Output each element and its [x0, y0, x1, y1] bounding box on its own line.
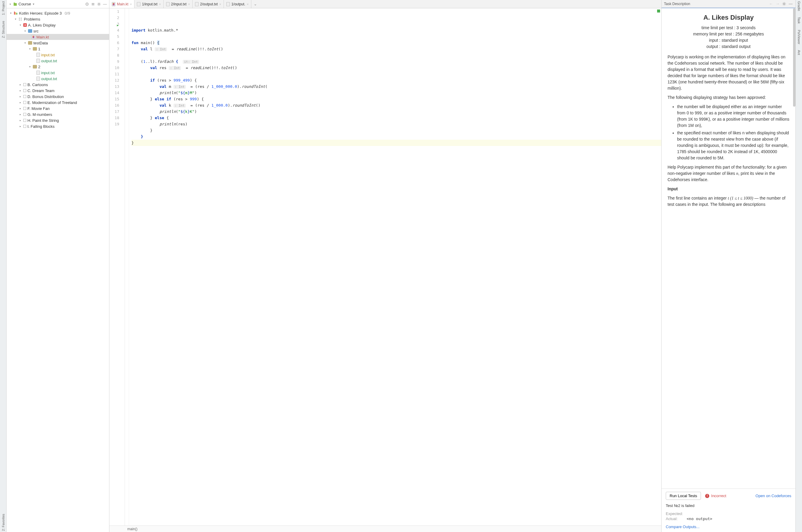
tree-item[interactable]: ▸G. M-numbers: [6, 111, 109, 117]
close-icon[interactable]: ×: [159, 2, 161, 6]
tree-item-a[interactable]: ▾ ✕ A. Likes Display: [6, 22, 109, 28]
compare-outputs-link[interactable]: Compare Outputs...: [666, 525, 699, 529]
actual-row: Actual:<no output>: [666, 516, 791, 521]
file-icon: [36, 53, 40, 57]
tool-window-psiviewer[interactable]: PsiViewer: [797, 30, 801, 44]
svg-point-2: [98, 3, 99, 5]
back-icon[interactable]: ←: [769, 1, 773, 6]
tool-window-favorites[interactable]: 2: Favorites: [1, 514, 5, 531]
breadcrumb-item[interactable]: main(): [127, 527, 138, 531]
task-bullets: the number will be displayed either as a…: [677, 104, 789, 161]
tree-item[interactable]: ▸E. Modernization of Treeland: [6, 99, 109, 106]
svg-rect-4: [15, 12, 16, 15]
tree-problems[interactable]: ▾ Problems: [6, 16, 109, 22]
progress-count: 0/9: [65, 11, 70, 16]
tree-item[interactable]: ▸C. Dream Team: [6, 88, 109, 94]
course-label: Course: [18, 2, 31, 6]
run-tests-button[interactable]: Run Local Tests: [666, 492, 701, 500]
file-icon: [36, 77, 40, 81]
tree-root[interactable]: ▾ Kotlin Heroes: Episode 3 0/9: [6, 10, 109, 16]
tool-window-task[interactable]: Task: [797, 17, 801, 24]
tree-testdata[interactable]: ▾ testData: [6, 40, 109, 46]
scrollbar-thumb[interactable]: [793, 8, 796, 107]
task-panel-title: Task Description: [664, 2, 690, 6]
editor-tab[interactable]: Main.kt×: [109, 0, 134, 8]
task-footer: Run Local Tests ! Incorrect Open on Code…: [661, 489, 796, 532]
tree-folder-1[interactable]: ▾ 1: [6, 46, 109, 52]
task-paragraph: The following displaying strategy has be…: [668, 94, 789, 101]
tree-file[interactable]: input.txt: [6, 70, 109, 76]
status-incorrect: ! Incorrect: [705, 494, 726, 498]
tree-item[interactable]: ▸B. Cartoons: [6, 82, 109, 88]
editor-body[interactable]: 123▶45678910111213141516171819 import ko…: [109, 8, 661, 526]
tool-window-ant[interactable]: Ant: [797, 50, 801, 55]
task-toolbar: Task Description ← → —: [661, 0, 796, 8]
course-dropdown[interactable]: Course ▾: [18, 2, 34, 6]
svg-point-7: [21, 18, 22, 19]
editor-tab[interactable]: 1/output.×: [224, 0, 251, 8]
left-tool-stripe: 1: Project Z: Structure 2: Favorites: [0, 0, 6, 532]
folder-icon: [28, 41, 32, 45]
locate-icon[interactable]: [85, 2, 89, 6]
expected-row: Expected:: [666, 511, 791, 516]
task-box-icon: [23, 113, 26, 116]
more-tabs-icon[interactable]: ⌄: [251, 0, 259, 8]
task-paragraph: The first line contains an integer t (1 …: [668, 195, 789, 208]
tree-folder-2[interactable]: ▾ 2: [6, 64, 109, 70]
tree-item[interactable]: ▸I. Falling Blocks: [6, 123, 109, 129]
tree-file[interactable]: input.txt: [6, 52, 109, 58]
svg-point-10: [783, 3, 785, 4]
svg-point-9: [21, 20, 22, 21]
file-icon: [137, 2, 141, 6]
breadcrumb-bar[interactable]: main(): [109, 526, 661, 532]
course-tree-icon: [14, 11, 18, 15]
task-box-icon: [23, 101, 26, 104]
hide-icon[interactable]: —: [103, 2, 107, 6]
error-icon: !: [705, 494, 709, 498]
right-tool-stripe: Gradle Task PsiViewer Ant: [796, 0, 802, 532]
task-box-icon: [23, 89, 26, 92]
tool-window-structure[interactable]: Z: Structure: [1, 21, 5, 38]
gear-icon[interactable]: [782, 1, 786, 6]
chevron-down-icon: ▾: [33, 2, 34, 6]
gear-icon[interactable]: [96, 2, 102, 6]
close-icon[interactable]: ×: [247, 2, 249, 6]
file-icon: [226, 2, 230, 6]
tree-file[interactable]: output.txt: [6, 76, 109, 82]
open-on-codeforces-link[interactable]: Open on Codeforces: [755, 494, 791, 498]
task-box-icon: [23, 119, 26, 122]
hide-icon[interactable]: —: [788, 1, 793, 6]
folder-icon: [33, 47, 37, 51]
project-tree[interactable]: ▾ Kotlin Heroes: Episode 3 0/9 ▾ Problem…: [6, 8, 109, 532]
tree-item[interactable]: ▸F. Movie Fan: [6, 106, 109, 111]
editor-tab[interactable]: 2/input.txt×: [164, 0, 193, 8]
collapse-all-icon[interactable]: [91, 2, 95, 6]
tool-window-gradle[interactable]: Gradle: [797, 1, 801, 11]
problems-icon: [18, 17, 23, 21]
tree-src[interactable]: ▾ src: [6, 28, 109, 34]
svg-point-6: [19, 18, 20, 19]
editor-tab[interactable]: 1/input.txt×: [134, 0, 163, 8]
tree-item[interactable]: ▸D. Bonus Distribution: [6, 94, 109, 99]
tree-file[interactable]: output.txt: [6, 58, 109, 64]
tool-window-project[interactable]: 1: Project: [1, 1, 5, 15]
code-area[interactable]: import kotlin.math.* fun main() { val l …: [129, 8, 661, 526]
collapse-icon[interactable]: ▾: [8, 3, 12, 6]
tree-main-kt[interactable]: Main.kt: [6, 34, 109, 40]
forward-icon[interactable]: →: [775, 1, 780, 6]
close-icon[interactable]: ×: [130, 2, 132, 6]
fail-line: Test №2 is failed: [666, 504, 791, 508]
fold-column: [125, 8, 129, 526]
close-icon[interactable]: ×: [188, 2, 190, 6]
editor-area: Main.kt×1/input.txt×2/input.txt×2/output…: [109, 0, 661, 532]
task-box-icon: [23, 83, 26, 86]
file-icon: [36, 71, 40, 75]
svg-rect-3: [14, 12, 15, 15]
fail-icon: ✕: [23, 23, 27, 27]
editor-tabs: Main.kt×1/input.txt×2/input.txt×2/output…: [109, 0, 661, 8]
tree-item[interactable]: ▸H. Paint the String: [6, 117, 109, 123]
editor-tab[interactable]: 2/output.txt×: [193, 0, 224, 8]
close-icon[interactable]: ×: [219, 2, 221, 6]
task-box-icon: [23, 107, 26, 110]
task-body[interactable]: A. Likes Display time limit per test : 3…: [661, 8, 796, 489]
